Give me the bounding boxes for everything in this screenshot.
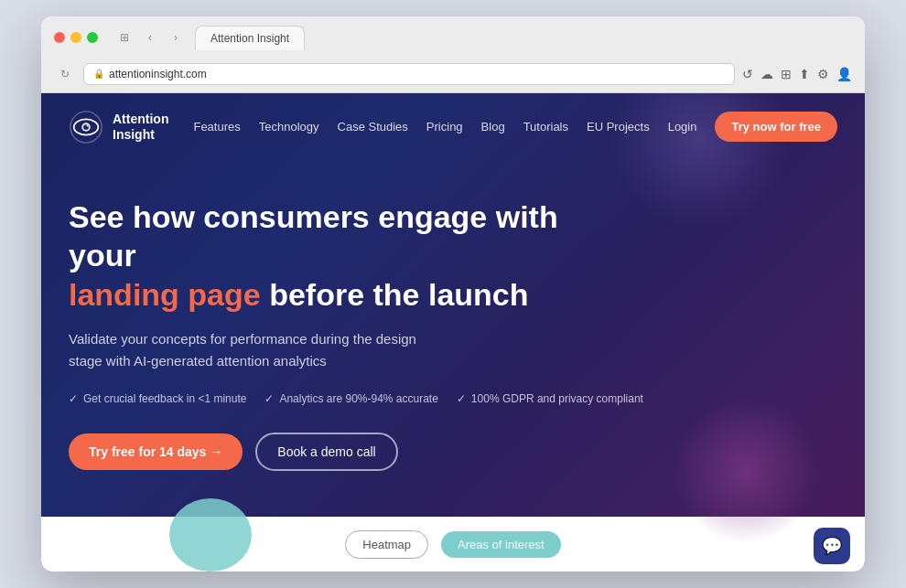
hero-title-line1: See how consumers engage with your (69, 199, 558, 273)
hero: See how consumers engage with your landi… (41, 161, 865, 518)
nav-features[interactable]: Features (193, 120, 240, 134)
try-free-button[interactable]: Try free for 14 days → (69, 433, 243, 470)
chat-bubble-button[interactable]: 💬 (814, 528, 850, 564)
nav-cta-button[interactable]: Try now for free (715, 112, 837, 142)
badge-item-3: ✓ 100% GDPR and privacy compliant (457, 392, 643, 405)
badge-text-1: Get crucial feedback in <1 minute (83, 392, 246, 405)
hero-buttons: Try free for 14 days → Book a demo call (69, 433, 837, 471)
logo-text: Attention Insight (113, 112, 168, 143)
cloud-icon[interactable]: ☁ (760, 67, 773, 81)
nav-eu-projects[interactable]: EU Projects (587, 120, 650, 134)
check-icon-2: ✓ (264, 392, 274, 405)
share-icon[interactable]: ⬆ (799, 67, 810, 81)
areas-of-interest-tab[interactable]: Areas of interest (441, 531, 561, 558)
browser-window: ⊞ ‹ › Attention Insight ↻ 🔒 attentionins… (41, 16, 865, 572)
settings-icon[interactable]: ⚙ (817, 67, 829, 81)
nav-links: Features Technology Case Studies Pricing… (193, 112, 837, 142)
traffic-lights (54, 32, 98, 43)
tab-label: Attention Insight (210, 32, 289, 45)
profile-icon[interactable]: 👤 (836, 67, 852, 81)
website-content: Attention Insight Features Technology Ca… (41, 93, 865, 572)
refresh-icon[interactable]: ↻ (54, 68, 76, 80)
badge-text-3: 100% GDPR and privacy compliant (471, 392, 643, 405)
reload-icon[interactable]: ↺ (742, 67, 753, 81)
nav-pricing[interactable]: Pricing (426, 120, 463, 134)
lock-icon: 🔒 (93, 69, 104, 79)
hero-subtitle: Validate your concepts for performance d… (69, 328, 462, 372)
address-bar-row: ↻ 🔒 attentioninsight.com ↺ ☁ ⊞ ⬆ ⚙ 👤 (54, 58, 852, 92)
nav-blog[interactable]: Blog (481, 120, 505, 134)
hero-title-accent: landing page (69, 277, 261, 312)
browser-action-icons: ↺ ☁ ⊞ ⬆ ⚙ 👤 (742, 67, 852, 81)
hero-title: See how consumers engage with your landi… (69, 198, 618, 315)
nav-login[interactable]: Login (668, 120, 697, 134)
heatmap-tab[interactable]: Heatmap (345, 530, 428, 559)
badge-item-1: ✓ Get crucial feedback in <1 minute (69, 392, 246, 405)
book-demo-button[interactable]: Book a demo call (255, 433, 397, 471)
minimize-button[interactable] (70, 32, 81, 43)
badge-text-2: Analytics are 90%-94% accurate (279, 392, 437, 405)
hero-title-line2: before the launch (261, 277, 529, 312)
nav-case-studies[interactable]: Case Studies (338, 120, 408, 134)
close-button[interactable] (54, 32, 65, 43)
svg-point-4 (86, 124, 88, 126)
browser-chrome: ⊞ ‹ › Attention Insight ↻ 🔒 attentionins… (41, 16, 865, 93)
check-icon-1: ✓ (69, 392, 78, 405)
chat-icon: 💬 (822, 536, 842, 556)
navbar: Attention Insight Features Technology Ca… (41, 93, 865, 161)
bottom-bar: Heatmap Areas of interest 💬 (41, 517, 865, 572)
browser-controls: ⊞ ‹ › (114, 27, 186, 48)
address-bar[interactable]: 🔒 attentioninsight.com (83, 63, 735, 85)
logo-icon (69, 110, 103, 144)
check-icon-3: ✓ (457, 392, 466, 405)
nav-technology[interactable]: Technology (259, 120, 319, 134)
maximize-button[interactable] (87, 32, 98, 43)
browser-tab[interactable]: Attention Insight (195, 26, 305, 50)
logo: Attention Insight (69, 110, 168, 144)
url-text: attentioninsight.com (109, 68, 207, 80)
grid-icon[interactable]: ⊞ (781, 67, 792, 81)
back-button[interactable]: ‹ (140, 27, 160, 48)
hero-badges: ✓ Get crucial feedback in <1 minute ✓ An… (69, 392, 837, 405)
sidebar-toggle-button[interactable]: ⊞ (114, 27, 135, 48)
forward-button[interactable]: › (166, 27, 186, 48)
nav-tutorials[interactable]: Tutorials (523, 120, 568, 134)
badge-item-2: ✓ Analytics are 90%-94% accurate (264, 392, 437, 405)
